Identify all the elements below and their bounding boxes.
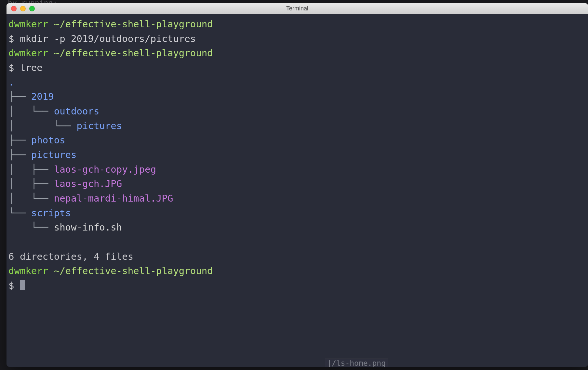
tree-image-file: laos-gch-copy.jpeg — [54, 164, 156, 175]
tree-branch: │ ├── — [8, 164, 54, 175]
prompt-symbol: $ — [8, 280, 20, 291]
prompt-user: dwmkerr — [8, 47, 48, 59]
tree-branch: │ ├── — [8, 178, 54, 189]
tree-dir: outdoors — [54, 106, 100, 117]
tree-branch: ├── — [8, 135, 31, 146]
prompt-symbol: $ — [8, 33, 20, 44]
tree-dir: photos — [31, 135, 65, 146]
prompt-user: dwmkerr — [8, 19, 48, 30]
titlebar: Terminal — [7, 3, 588, 14]
tree-branch: ├── — [8, 149, 31, 160]
tree-branch: └── — [8, 207, 31, 218]
prompt-path: ~/effective-shell-playground — [54, 265, 213, 276]
tree-dir: 2019 — [31, 91, 54, 102]
tree-dir: scripts — [31, 207, 71, 218]
tree-branch: └── — [8, 222, 54, 233]
tree-branch: │ └── — [8, 106, 54, 117]
command-text: mkdir -p 2019/outdoors/pictures — [20, 33, 196, 44]
prompt-path: ~/effective-shell-playground — [54, 19, 213, 30]
tree-dir: pictures — [77, 120, 122, 131]
window-title: Terminal — [7, 5, 588, 12]
tree-root-dot: . — [8, 77, 14, 88]
terminal-content[interactable]: dwmkerr ~/effective-shell-playground $ m… — [7, 14, 588, 367]
tree-branch: │ └── — [8, 120, 77, 131]
tree-file: show-info.sh — [54, 222, 122, 233]
tree-image-file: nepal-mardi-himal.JPG — [54, 193, 173, 204]
prompt-symbol: $ — [8, 62, 20, 73]
prompt-user: dwmkerr — [8, 265, 48, 276]
tree-branch: │ └── — [8, 193, 54, 204]
tree-image-file: laos-gch.JPG — [54, 178, 122, 189]
prompt-path: ~/effective-shell-playground — [54, 47, 213, 59]
background-tab-hint: |/ls-home.png — [325, 359, 388, 367]
tree-branch: ├── — [8, 91, 31, 102]
command-text: tree — [20, 62, 43, 73]
cursor-icon — [20, 280, 25, 290]
terminal-window: Terminal dwmkerr ~/effective-shell-playg… — [7, 3, 588, 367]
tree-dir: pictures — [31, 149, 77, 160]
tree-summary: 6 directories, 4 files — [8, 251, 133, 262]
